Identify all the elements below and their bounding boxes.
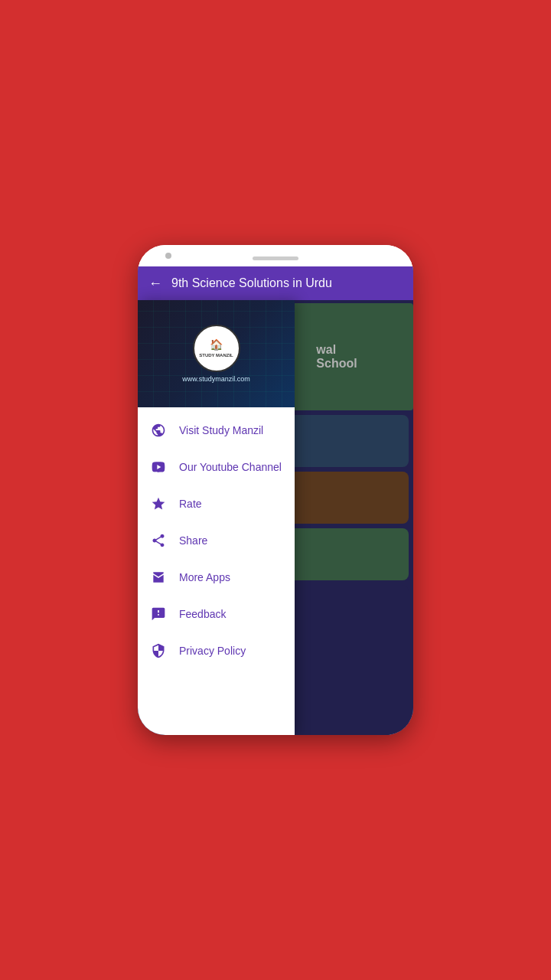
menu-label-share: Share (179, 534, 207, 547)
app-title: 9th Science Solutions in Urdu (171, 276, 332, 290)
drawer-url: www.studymanzil.com (182, 375, 250, 383)
star-icon (150, 495, 167, 512)
phone-camera (165, 253, 171, 259)
drawer-logo-inner: 🏠 STUDY MANZIL (199, 338, 233, 359)
menu-item-share[interactable]: Share (138, 522, 295, 559)
menu-item-visit[interactable]: Visit Study Manzil (138, 412, 295, 449)
phone-frame: ← 9th Science Solutions in Urdu walSchoo… (138, 245, 413, 735)
menu-item-privacy[interactable]: Privacy Policy (138, 632, 295, 669)
drawer-banner: 🏠 STUDY MANZIL www.studymanzil.com (138, 300, 295, 407)
feedback-icon (150, 606, 167, 622)
menu-label-youtube: Our Youtube Channel (179, 461, 282, 473)
drawer-menu: Visit Study Manzil Our Youtube Channel (138, 407, 295, 735)
back-button[interactable]: ← (148, 276, 162, 292)
phone-top-bar (138, 245, 413, 266)
main-content: walSchool 🏠 STUDY MANZIL (138, 300, 413, 735)
menu-item-feedback[interactable]: Feedback (138, 596, 295, 632)
phone-speaker (253, 256, 298, 260)
menu-item-more-apps[interactable]: More Apps (138, 559, 295, 596)
drawer-logo-text: STUDY MANZIL (199, 353, 233, 358)
youtube-icon (150, 459, 167, 475)
menu-label-more-apps: More Apps (179, 571, 230, 583)
menu-item-rate[interactable]: Rate (138, 485, 295, 522)
app-container: ← 9th Science Solutions in Urdu walSchoo… (138, 266, 413, 735)
app-header: ← 9th Science Solutions in Urdu (138, 266, 413, 300)
side-drawer: 🏠 STUDY MANZIL www.studymanzil.com (138, 300, 295, 735)
logo-house-icon: 🏠 (199, 338, 233, 351)
drawer-logo-circle: 🏠 STUDY MANZIL (193, 325, 240, 372)
menu-label-feedback: Feedback (179, 608, 226, 620)
menu-item-youtube[interactable]: Our Youtube Channel (138, 449, 295, 485)
share-icon (150, 532, 167, 549)
more-apps-icon (150, 569, 167, 586)
menu-label-visit: Visit Study Manzil (179, 424, 263, 436)
menu-label-privacy: Privacy Policy (179, 645, 246, 657)
menu-label-rate: Rate (179, 498, 202, 510)
privacy-icon (150, 642, 167, 659)
website-icon (150, 422, 167, 439)
